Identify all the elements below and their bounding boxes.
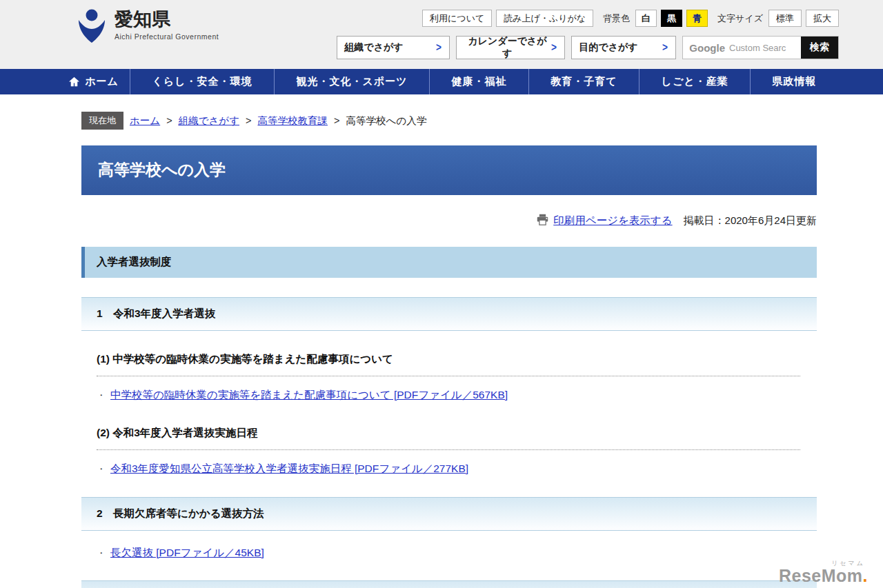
pdf-link-row: ・ 長欠選抜 [PDFファイル／45KB] bbox=[97, 546, 800, 560]
font-size-label: 文字サイズ bbox=[717, 12, 763, 25]
breadcrumb-home-link[interactable]: ホーム bbox=[130, 114, 160, 128]
font-enlarge-button[interactable]: 拡大 bbox=[806, 10, 839, 27]
breadcrumb-highschool-division-link[interactable]: 高等学校教育課 bbox=[257, 114, 328, 128]
nav-home[interactable]: ホーム bbox=[57, 69, 130, 94]
bullet-marker: ・ bbox=[97, 463, 106, 476]
pdf-link-row: ・ 中学校等の臨時休業の実施等を踏まえた配慮事項について [PDFファイル／56… bbox=[97, 388, 800, 403]
read-aloud-furigana-button[interactable]: 読み上げ・ふりがな bbox=[496, 10, 593, 27]
nav-prefectural-info[interactable]: 県政情報 bbox=[750, 69, 838, 94]
breadcrumb-current-page: 高等学校への入学 bbox=[346, 114, 426, 128]
breadcrumb-separator: > bbox=[246, 115, 251, 126]
font-standard-button[interactable]: 標準 bbox=[768, 10, 802, 27]
bg-white-button[interactable]: 白 bbox=[635, 10, 657, 27]
pdf-link-selection-schedule[interactable]: 令和3年度愛知県公立高等学校入学者選抜実施日程 [PDFファイル／277KB] bbox=[110, 462, 468, 476]
section-1-heading: 1 令和3年度入学者選抜 bbox=[81, 297, 817, 331]
resemom-brand-dot: . bbox=[863, 566, 868, 585]
site-header: 愛知県 Aichi Prefectural Government 利用について … bbox=[0, 0, 883, 69]
nav-item-label: 観光・文化・スポーツ bbox=[296, 75, 407, 88]
section-2-heading-label: 2 長期欠席者等にかかる選抜方法 bbox=[97, 507, 264, 519]
section-1-heading-label: 1 令和3年度入学者選抜 bbox=[97, 307, 215, 319]
aichi-logo-icon bbox=[76, 8, 108, 44]
chevron-right-icon: > bbox=[551, 41, 557, 54]
logo-text: 愛知県 Aichi Prefectural Government bbox=[115, 8, 219, 41]
resemom-watermark: リセマム ReseMom. bbox=[779, 560, 868, 585]
background-color-label: 背景色 bbox=[603, 12, 630, 25]
utility-bar: 利用について 読み上げ・ふりがな 背景色 白 黒 青 文字サイズ 標準 拡大 bbox=[422, 10, 839, 27]
section-3-heading: 3 障害等のある志願者に対する受検上の配慮 bbox=[81, 580, 817, 588]
page-title: 高等学校への入学 bbox=[98, 161, 226, 179]
chevron-right-icon: > bbox=[436, 41, 442, 54]
printer-icon bbox=[536, 214, 549, 227]
search-by-organization-button[interactable]: 組織でさがす > bbox=[337, 36, 450, 59]
nav-health-welfare[interactable]: 健康・福祉 bbox=[429, 69, 528, 94]
current-location-badge: 現在地 bbox=[81, 112, 123, 130]
pdf-link-closure-consideration[interactable]: 中学校等の臨時休業の実施等を踏まえた配慮事項について [PDFファイル／567K… bbox=[110, 388, 508, 403]
google-custom-search-box: Google 検索 bbox=[682, 36, 839, 59]
print-link-label: 印刷用ページを表示する bbox=[553, 214, 672, 228]
home-icon bbox=[68, 77, 80, 87]
nav-item-label: しごと・産業 bbox=[662, 75, 728, 88]
category-bar: 入学者選抜制度 bbox=[81, 247, 817, 278]
search-by-purpose-button[interactable]: 目的でさがす > bbox=[571, 36, 676, 59]
header-right: 利用について 読み上げ・ふりがな 背景色 白 黒 青 文字サイズ 標準 拡大 組… bbox=[337, 7, 839, 69]
section-2-heading: 2 長期欠席者等にかかる選抜方法 bbox=[81, 497, 817, 531]
logo-title: 愛知県 bbox=[115, 8, 219, 30]
subsection-1-1-title: (1) 中学校等の臨時休業の実施等を踏まえた配慮事項について bbox=[97, 352, 800, 376]
nav-item-label: 健康・福祉 bbox=[451, 75, 506, 88]
posted-date: 掲載日：2020年6月24日更新 bbox=[684, 214, 817, 227]
search-by-organization-label: 組織でさがす bbox=[344, 41, 403, 54]
page-root: 愛知県 Aichi Prefectural Government 利用について … bbox=[0, 0, 883, 588]
bullet-marker: ・ bbox=[97, 547, 106, 560]
logo-subtitle: Aichi Prefectural Government bbox=[115, 32, 219, 41]
pdf-link-row: ・ 令和3年度愛知県公立高等学校入学者選抜実施日程 [PDFファイル／277KB… bbox=[97, 462, 800, 476]
nav-item-label: くらし・安全・環境 bbox=[152, 75, 252, 88]
search-by-calendar-button[interactable]: カレンダーでさがす > bbox=[456, 36, 565, 59]
nav-tourism-culture-sports[interactable]: 観光・文化・スポーツ bbox=[274, 69, 429, 94]
subsection-1-2-title: (2) 令和3年度入学者選抜実施日程 bbox=[97, 426, 800, 450]
breadcrumb: 現在地 ホーム > 組織でさがす > 高等学校教育課 > 高等学校への入学 bbox=[81, 112, 817, 130]
nav-item-label: 教育・子育て bbox=[550, 75, 617, 88]
meta-row: 印刷用ページを表示する 掲載日：2020年6月24日更新 bbox=[81, 214, 817, 228]
chevron-right-icon: > bbox=[662, 41, 668, 54]
google-logo: Google bbox=[683, 42, 729, 54]
site-logo[interactable]: 愛知県 Aichi Prefectural Government bbox=[76, 8, 219, 69]
breadcrumb-org-search-link[interactable]: 組織でさがす bbox=[179, 114, 239, 128]
bg-black-button[interactable]: 黒 bbox=[661, 10, 682, 27]
search-by-calendar-label: カレンダーでさがす bbox=[464, 35, 550, 60]
site-search-input[interactable] bbox=[729, 37, 801, 59]
page-title-banner: 高等学校への入学 bbox=[81, 145, 817, 195]
search-bar: 組織でさがす > カレンダーでさがす > 目的でさがす > Google 検索 bbox=[337, 36, 839, 59]
resemom-brand-label: ReseMom. bbox=[779, 566, 868, 585]
nav-education-childcare[interactable]: 教育・子育て bbox=[528, 69, 639, 94]
print-page-link[interactable]: 印刷用ページを表示する bbox=[536, 214, 672, 228]
category-bar-label: 入学者選抜制度 bbox=[97, 256, 172, 267]
search-submit-button[interactable]: 検索 bbox=[801, 37, 838, 59]
global-nav: ホーム くらし・安全・環境 観光・文化・スポーツ 健康・福祉 教育・子育て しご… bbox=[0, 69, 883, 94]
pdf-link-long-absence-selection[interactable]: 長欠選抜 [PDFファイル／45KB] bbox=[110, 546, 264, 560]
nav-home-label: ホーム bbox=[85, 75, 119, 88]
nav-work-industry[interactable]: しごと・産業 bbox=[639, 69, 750, 94]
breadcrumb-separator: > bbox=[166, 115, 172, 126]
breadcrumb-separator: > bbox=[334, 115, 339, 126]
main-content: 現在地 ホーム > 組織でさがす > 高等学校教育課 > 高等学校への入学 高等… bbox=[81, 112, 817, 588]
bullet-marker: ・ bbox=[97, 389, 106, 402]
bg-blue-button[interactable]: 青 bbox=[686, 10, 708, 27]
about-use-button[interactable]: 利用について bbox=[422, 10, 492, 27]
search-by-purpose-label: 目的でさがす bbox=[579, 41, 637, 54]
nav-living-safety-environment[interactable]: くらし・安全・環境 bbox=[130, 69, 274, 94]
nav-item-label: 県政情報 bbox=[773, 75, 817, 88]
